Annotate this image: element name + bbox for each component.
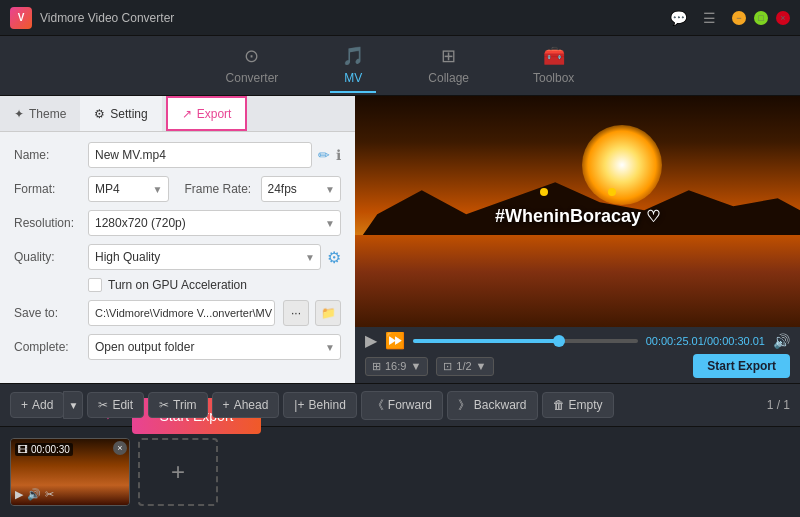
forward-button[interactable]: ⏩	[385, 331, 405, 350]
backward-icon: 》	[458, 397, 470, 414]
tl-cut-icon[interactable]: ✂	[45, 488, 54, 501]
controls-row2: ⊞ 16:9 ▼ ⊡ 1/2 ▼ Start Export	[365, 354, 790, 378]
video-controls: ▶ ⏩ 00:00:25.01/00:00:30.01 🔊 ⊞ 16:9 ▼	[355, 327, 800, 383]
complete-select-wrapper: Open output folderDo nothing ▼	[88, 334, 341, 360]
backward-button[interactable]: 》 Backward	[447, 391, 538, 420]
name-input[interactable]: New MV.mp4	[88, 142, 312, 168]
overlay-text: #WheninBoracay ♡	[495, 206, 660, 227]
edit-name-icon[interactable]: ✏	[318, 147, 330, 163]
tab-mv[interactable]: 🎵 MV	[330, 39, 376, 93]
complete-label: Complete:	[14, 340, 82, 354]
copy-select[interactable]: ⊡ 1/2 ▼	[436, 357, 493, 376]
ahead-button[interactable]: + Ahead	[212, 392, 280, 418]
quality-select[interactable]: High QualityMedium Quality	[88, 244, 321, 270]
titlebar: V Vidmore Video Converter 💬 ☰ − □ ×	[0, 0, 800, 36]
maximize-button[interactable]: □	[754, 11, 768, 25]
progress-bar[interactable]	[413, 339, 638, 343]
ratio-select[interactable]: ⊞ 16:9 ▼	[365, 357, 428, 376]
setting-tab[interactable]: ⚙ Setting	[80, 96, 161, 131]
tl-play-icon[interactable]: ▶	[15, 488, 23, 501]
collage-icon: ⊞	[441, 45, 456, 67]
tab-collage[interactable]: ⊞ Collage	[416, 39, 481, 93]
tab-converter[interactable]: ⊙ Converter	[214, 39, 291, 93]
trim-label: Trim	[173, 398, 197, 412]
format-select[interactable]: MP4AVIMKV	[88, 176, 169, 202]
quality-row: Quality: High QualityMedium Quality ▼ ⚙	[14, 244, 341, 270]
save-to-input[interactable]: C:\Vidmore\Vidmore V...onverter\MV Expor…	[88, 300, 275, 326]
video-preview: #WheninBoracay ♡	[355, 96, 800, 327]
frame-rate-label: Frame Rate:	[185, 182, 255, 196]
name-row: Name: New MV.mp4 ✏ ℹ	[14, 142, 341, 168]
tab-converter-label: Converter	[226, 71, 279, 85]
timeline-controls: ▶ 🔊 ✂	[15, 488, 54, 501]
theme-tab[interactable]: ✦ Theme	[0, 96, 80, 131]
dot-left	[540, 188, 548, 196]
edit-button[interactable]: ✂ Edit	[87, 392, 144, 418]
trim-icon: ✂	[159, 398, 169, 412]
export-form: Name: New MV.mp4 ✏ ℹ Format: MP4AVIMKV ▼…	[0, 132, 355, 378]
ahead-icon: +	[223, 398, 230, 412]
menu-icon[interactable]: ☰	[703, 10, 716, 26]
name-value: New MV.mp4	[95, 148, 166, 162]
gpu-row: Turn on GPU Acceleration	[88, 278, 341, 292]
backward-label: Backward	[474, 398, 527, 412]
main-content: ✦ Theme ⚙ Setting ↗ Export Name: New MV.…	[0, 96, 800, 383]
behind-button[interactable]: |+ Behind	[283, 392, 357, 418]
timeline-close-btn[interactable]: ×	[113, 441, 127, 455]
forward-icon: 《	[372, 397, 384, 414]
play-button[interactable]: ▶	[365, 331, 377, 350]
browse-folder-btn[interactable]: 📁	[315, 300, 341, 326]
add-button[interactable]: + Add	[10, 392, 64, 418]
copy-value: 1/2	[456, 360, 471, 372]
tab-toolbox[interactable]: 🧰 Toolbox	[521, 39, 586, 93]
toolbox-icon: 🧰	[543, 45, 565, 67]
save-to-label: Save to:	[14, 306, 82, 320]
setting-tab-label: Setting	[110, 107, 147, 121]
overlay-hashtag: #WheninBoracay	[495, 206, 641, 226]
minimize-button[interactable]: −	[732, 11, 746, 25]
gpu-label: Turn on GPU Acceleration	[108, 278, 247, 292]
complete-row: Complete: Open output folderDo nothing ▼	[14, 334, 341, 360]
start-export-btn2[interactable]: Start Export	[693, 354, 790, 378]
quality-settings-icon[interactable]: ⚙	[327, 248, 341, 267]
tl-audio-icon[interactable]: 🔊	[27, 488, 41, 501]
logo-letter: V	[18, 12, 25, 23]
timeline-duration: 🎞 00:00:30	[15, 443, 73, 456]
info-icon[interactable]: ℹ	[336, 147, 341, 163]
frame-rate-select-wrapper: 24fps30fps60fps ▼	[261, 176, 342, 202]
volume-icon[interactable]: 🔊	[773, 333, 790, 349]
chat-icon[interactable]: 💬	[670, 10, 687, 26]
add-dropdown-button[interactable]: ▼	[63, 391, 83, 419]
edit-icon: ✂	[98, 398, 108, 412]
setting-icon: ⚙	[94, 107, 105, 121]
ratio-arrow-icon: ▼	[410, 360, 421, 372]
progress-thumb	[553, 335, 565, 347]
window-controls: − □ ×	[732, 11, 790, 25]
resolution-select[interactable]: 1280x720 (720p)1920x1080 (1080p)	[88, 210, 341, 236]
add-icon: +	[21, 398, 28, 412]
browse-more-btn[interactable]: ···	[283, 300, 309, 326]
time-current: 00:00:25.01	[646, 335, 704, 347]
theme-tab-label: Theme	[29, 107, 66, 121]
format-label: Format:	[14, 182, 82, 196]
export-tab-label: Export	[197, 107, 232, 121]
film-icon: 🎞	[18, 444, 28, 455]
frame-rate-select[interactable]: 24fps30fps60fps	[261, 176, 342, 202]
nav-tabs: ⊙ Converter 🎵 MV ⊞ Collage 🧰 Toolbox	[0, 36, 800, 96]
timeline-add-button[interactable]: +	[138, 438, 218, 506]
trim-button[interactable]: ✂ Trim	[148, 392, 208, 418]
export-tab[interactable]: ↗ Export	[166, 96, 248, 131]
tab-mv-label: MV	[344, 71, 362, 85]
name-label: Name:	[14, 148, 82, 162]
complete-select[interactable]: Open output folderDo nothing	[88, 334, 341, 360]
empty-button[interactable]: 🗑 Empty	[542, 392, 614, 418]
close-button[interactable]: ×	[776, 11, 790, 25]
forward-button[interactable]: 《 Forward	[361, 391, 443, 420]
export-icon: ↗	[182, 107, 192, 121]
ahead-label: Ahead	[234, 398, 269, 412]
gpu-checkbox[interactable]	[88, 278, 102, 292]
page-info: 1 / 1	[767, 398, 790, 412]
progress-fill	[413, 339, 559, 343]
add-label: Add	[32, 398, 53, 412]
timeline-add-icon: +	[171, 458, 185, 486]
